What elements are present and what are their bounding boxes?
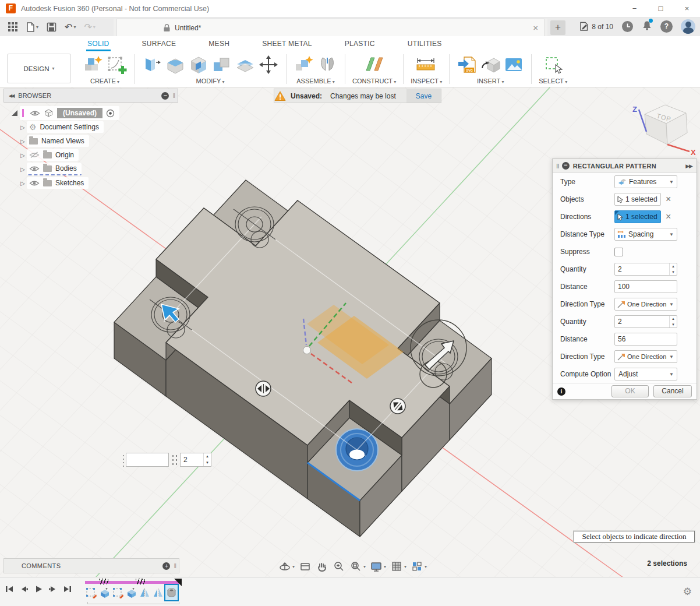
timeline-position-marker[interactable] [174,579,182,586]
distance-2-input[interactable]: 56 [614,333,677,346]
play-icon[interactable] [34,584,43,594]
timeline-feature-hole[interactable] [165,585,178,600]
eye-icon[interactable] [29,180,40,186]
zoom-icon[interactable] [333,560,345,573]
drag-handle[interactable] [121,453,126,467]
save-button[interactable]: Save [406,89,441,103]
group-label-modify[interactable]: MODIFY [196,77,224,84]
undo-icon[interactable]: ↶▾ [65,22,76,33]
browser-root-row[interactable]: (Unsaved) [3,106,178,120]
new-component-icon[interactable] [294,54,314,75]
distance-type-dropdown[interactable]: Spacing ▼ [614,228,677,241]
viewports-icon[interactable]: ▾ [411,560,427,573]
canvas-distance-input[interactable] [126,453,169,467]
eye-off-icon[interactable] [29,152,40,158]
tab-surface[interactable]: SURFACE [141,37,178,51]
timeline-settings-gear-icon[interactable]: ⚙ [683,586,692,598]
type-dropdown[interactable]: Features ▼ [614,175,677,188]
fit-icon[interactable]: ▾ [349,560,366,573]
expand-icon[interactable]: ▷ [19,138,27,145]
info-icon[interactable]: i [557,387,565,396]
dialog-dock-icon[interactable]: ▶▶ [685,163,692,169]
timeline-feature-sketch[interactable] [85,585,97,600]
eye-icon[interactable] [30,110,40,117]
redo-icon[interactable]: ↷▾ [84,22,95,33]
drag-handle[interactable] [171,453,178,466]
flip-handle-left[interactable] [256,381,271,396]
tab-utilities[interactable]: UTILITIES [406,37,443,51]
design-workspace-dropdown[interactable]: DESIGN▾ [7,54,71,83]
shell-icon[interactable] [188,54,209,75]
construct-plane-icon[interactable] [362,54,387,75]
help-icon[interactable]: ? [660,20,673,33]
tab-close-icon[interactable]: × [533,23,538,33]
insert-svg-icon[interactable]: SVG [457,54,478,75]
step-back-icon[interactable] [19,584,29,594]
new-tab-button[interactable]: + [550,20,565,35]
step-forward-icon[interactable] [48,584,58,594]
group-label-insert[interactable]: INSERT [477,77,504,84]
browser-item-origin[interactable]: ▷ Origin [3,148,178,162]
quantity-2-input[interactable]: 2 [614,315,677,328]
user-avatar[interactable] [681,19,695,34]
expand-icon[interactable]: ▷ [19,166,27,172]
minimize-panel-icon[interactable]: − [161,92,169,100]
collapse-icon[interactable]: ◀◀ [9,93,13,98]
split-body-icon[interactable] [235,54,256,75]
direction-type-1-dropdown[interactable]: One Direction ▼ [614,298,677,311]
create-sketch-icon[interactable] [106,54,127,75]
maximize-button[interactable]: □ [648,0,674,17]
expand-icon[interactable]: ▷ [19,180,27,186]
timeline-feature-mirror[interactable] [139,585,151,600]
3d-viewport[interactable]: TOP Z X ◀◀ BROWSER − ‖ [0,87,700,577]
orbit-icon[interactable]: ▾ [278,560,295,573]
cancel-button[interactable]: Cancel [653,385,692,397]
go-to-end-icon[interactable] [63,584,72,594]
directions-selection-button[interactable]: 1 selected [614,210,661,223]
insert-derive-icon[interactable] [480,54,501,75]
new-solid-icon[interactable] [83,54,104,75]
eye-icon[interactable] [29,165,40,172]
app-grid-icon[interactable] [8,22,17,31]
expand-icon[interactable]: ▷ [19,152,27,158]
joint-icon[interactable] [317,54,338,75]
browser-header[interactable]: ◀◀ BROWSER − ‖ [3,89,178,103]
ok-button[interactable]: OK [611,385,649,397]
insert-canvas-icon[interactable] [503,54,524,75]
job-status-icon[interactable] [621,20,634,33]
look-at-icon[interactable] [299,560,312,573]
panel-grip[interactable]: ‖ [174,562,176,569]
quantity-1-stepper[interactable]: ▲▼ [669,263,677,275]
grid-snap-icon[interactable]: ▾ [390,560,406,573]
tab-sheet-metal[interactable]: SHEET METAL [261,37,313,51]
clear-objects-icon[interactable]: × [666,195,671,204]
measure-icon[interactable] [413,54,439,75]
quantity-2-stepper[interactable]: ▲▼ [669,316,677,327]
notifications-icon[interactable] [642,20,652,33]
quantity-1-input[interactable]: 2 [614,263,677,276]
objects-selection-button[interactable]: 1 selected [614,193,661,206]
dialog-grip[interactable]: ‖ [556,163,560,170]
fillet-icon[interactable] [165,54,186,75]
group-label-select[interactable]: SELECT [539,77,567,84]
timeline-feature-mirror[interactable] [152,585,164,600]
browser-item-bodies[interactable]: ▷ Bodies [3,162,178,176]
expand-icon[interactable] [12,110,17,116]
browser-item-named-views[interactable]: ▷ Named Views [3,134,178,148]
timeline-feature-extrude[interactable] [98,585,111,600]
tab-solid[interactable]: SOLID [86,37,111,51]
dialog-header[interactable]: ‖ − RECTANGULAR PATTERN ▶▶ [553,159,697,173]
press-pull-icon[interactable] [142,54,162,75]
direction-type-2-dropdown[interactable]: One Direction ▼ [614,350,677,363]
move-icon[interactable] [258,54,279,75]
minimize-button[interactable]: − [621,0,648,17]
go-to-start-icon[interactable] [5,584,14,594]
group-label-construct[interactable]: CONSTRUCT [352,77,396,84]
comments-panel[interactable]: COMMENTS + ‖ [3,558,179,573]
tab-mesh[interactable]: MESH [207,37,231,51]
tab-plastic[interactable]: PLASTIC [344,37,376,51]
pan-icon[interactable] [316,560,328,573]
panel-grip[interactable]: ‖ [172,92,175,99]
add-comment-icon[interactable]: + [162,562,170,570]
group-label-assemble[interactable]: ASSEMBLE [296,77,335,84]
